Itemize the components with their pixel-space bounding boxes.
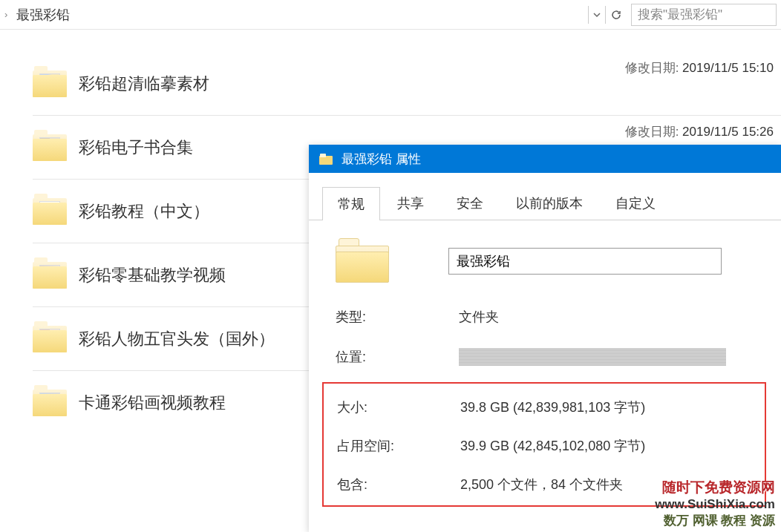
address-controls	[588, 6, 625, 24]
tab-customize[interactable]: 自定义	[600, 186, 671, 220]
file-name: 卡通彩铅画视频教程	[79, 392, 226, 414]
folder-icon	[33, 388, 67, 418]
file-meta: 修改日期: 2019/11/5 15:10	[625, 59, 774, 76]
tab-sharing[interactable]: 共享	[382, 186, 439, 220]
contains-label: 包含:	[337, 476, 460, 493]
file-item[interactable]: 彩铅超清临摹素材 修改日期: 2019/11/5 15:10	[33, 52, 781, 116]
type-value: 文件夹	[459, 308, 499, 326]
folder-icon	[33, 324, 67, 354]
address-bar: › 最强彩铅	[0, 0, 781, 30]
file-meta: 修改日期: 2019/11/5 15:26	[625, 123, 774, 140]
disk-size-value: 39.9 GB (42,845,102,080 字节)	[460, 437, 645, 455]
location-label: 位置:	[336, 348, 459, 366]
search-box[interactable]	[631, 4, 777, 26]
breadcrumb-separator: ›	[0, 9, 12, 20]
tab-general[interactable]: 常规	[322, 187, 380, 220]
disk-size-label: 占用空间:	[337, 437, 460, 455]
folder-icon	[33, 133, 67, 162]
location-value-redacted	[459, 348, 726, 366]
watermark-line3: 数万 网课 教程 资源	[655, 512, 775, 529]
file-name: 彩铅零基础教学视频	[79, 264, 226, 286]
folder-name-input[interactable]	[448, 248, 722, 275]
refresh-button[interactable]	[607, 6, 625, 24]
properties-tabs: 常规 共享 安全 以前的版本 自定义	[309, 173, 781, 220]
tab-security[interactable]: 安全	[441, 186, 499, 220]
tab-previous-versions[interactable]: 以前的版本	[500, 186, 598, 220]
file-name: 彩铅教程（中文）	[79, 200, 209, 223]
folder-icon	[33, 260, 67, 290]
size-label: 大小:	[337, 398, 460, 416]
dropdown-button[interactable]	[588, 6, 606, 24]
properties-titlebar[interactable]: 最强彩铅 属性	[309, 145, 781, 173]
folder-icon	[33, 69, 67, 99]
watermark: 随时下免费资源网 www.SuiShiXia.com 数万 网课 教程 资源	[655, 478, 775, 529]
window-title: 最强彩铅 属性	[342, 151, 421, 168]
file-name: 彩铅超清临摹素材	[79, 73, 209, 95]
breadcrumb-current[interactable]: 最强彩铅	[12, 6, 588, 24]
properties-window: 最强彩铅 属性 常规 共享 安全 以前的版本 自定义 类型: 文件夹 位置: 大…	[309, 145, 781, 532]
watermark-line1: 随时下免费资源网	[655, 478, 775, 497]
folder-icon	[33, 197, 67, 226]
file-name: 彩铅电子书合集	[79, 137, 193, 159]
properties-body: 类型: 文件夹 位置: 大小: 39.8 GB (42,839,981,103 …	[309, 220, 781, 507]
folder-icon	[319, 154, 333, 165]
size-value: 39.8 GB (42,839,981,103 字节)	[460, 398, 645, 416]
type-label: 类型:	[336, 308, 459, 326]
contains-value: 2,500 个文件，84 个文件夹	[460, 476, 623, 493]
file-name: 彩铅人物五官头发（国外）	[79, 328, 275, 350]
folder-large-icon	[336, 238, 389, 284]
watermark-line2: www.SuiShiXia.com	[655, 497, 775, 512]
search-input[interactable]	[638, 7, 770, 22]
